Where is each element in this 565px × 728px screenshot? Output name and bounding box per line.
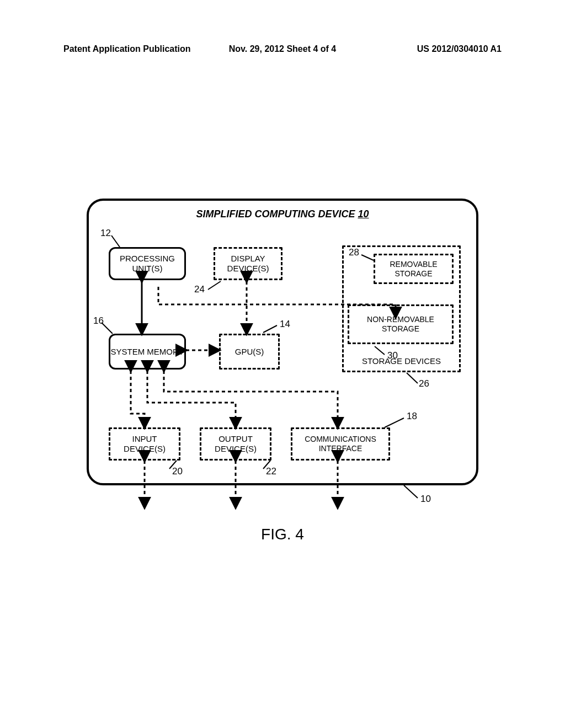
label-storage-devices: STORAGE DEVICES [362, 356, 441, 366]
ref-30: 30 [387, 350, 398, 361]
block-output: OUTPUT DEVICE(S) [200, 427, 271, 461]
ref-14: 14 [280, 319, 290, 330]
ref-24: 24 [194, 284, 205, 295]
label-system-memory: SYSTEM MEMORY [110, 347, 184, 357]
ref-28: 28 [349, 247, 359, 258]
block-comms: COMMUNICATIONS INTERFACE [291, 427, 390, 461]
diagram: SIMPLIFIED COMPUTING DEVICE 10 [87, 199, 478, 505]
block-processing: PROCESSING UNIT(S) [109, 247, 186, 280]
label-comms: COMMUNICATIONS INTERFACE [292, 435, 388, 453]
page-header: Patent Application Publication Nov. 29, … [63, 44, 502, 54]
figure-caption: FIG. 4 [87, 526, 478, 543]
label-output: OUTPUT DEVICE(S) [201, 434, 270, 454]
block-gpus: GPU(S) [219, 334, 280, 370]
label-gpus: GPU(S) [235, 347, 264, 357]
ref-10: 10 [420, 494, 431, 505]
ref-18: 18 [407, 411, 417, 422]
label-removable: REMOVABLE STORAGE [375, 260, 452, 279]
label-nonremovable: NON-REMOVABLE STORAGE [349, 315, 452, 334]
header-left: Patent Application Publication [63, 44, 199, 54]
ref-16: 16 [93, 315, 104, 326]
header-right: US 2012/0304010 A1 [366, 44, 502, 54]
label-input: INPUT DEVICE(S) [110, 434, 179, 454]
header-center: Nov. 29, 2012 Sheet 4 of 4 [215, 44, 350, 54]
ref-20: 20 [172, 466, 183, 477]
page: Patent Application Publication Nov. 29, … [0, 0, 565, 728]
label-display: DISPLAY DEVICE(S) [215, 254, 281, 274]
ref-12: 12 [100, 228, 111, 239]
block-nonremovable: NON-REMOVABLE STORAGE [348, 304, 454, 344]
block-input: INPUT DEVICE(S) [109, 427, 180, 461]
ref-26: 26 [419, 378, 429, 389]
block-display: DISPLAY DEVICE(S) [214, 247, 282, 280]
block-system-memory: SYSTEM MEMORY [109, 334, 186, 370]
label-processing: PROCESSING UNIT(S) [110, 254, 184, 274]
ref-22: 22 [266, 466, 276, 477]
block-removable: REMOVABLE STORAGE [374, 254, 454, 284]
